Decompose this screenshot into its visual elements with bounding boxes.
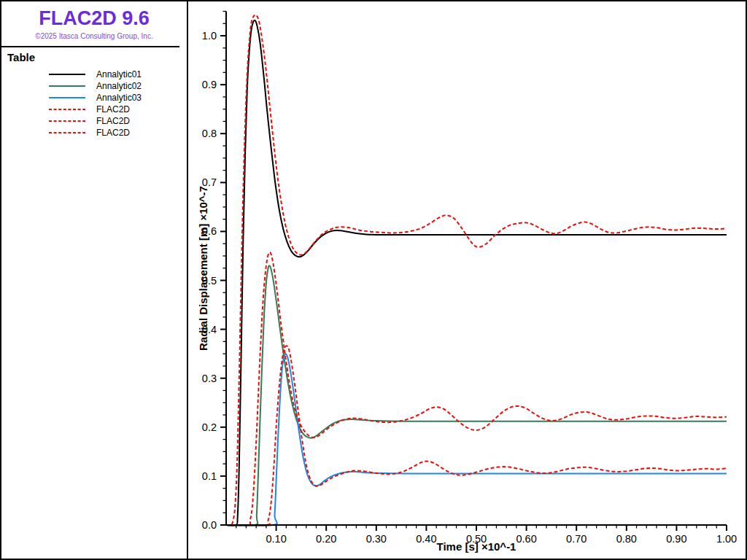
chart-canvas: 0.100.200.300.400.500.600.700.800.901.00… — [188, 1, 747, 560]
chart-axes-group: 0.100.200.300.400.500.600.700.800.901.00… — [202, 12, 737, 545]
series-line-flac2d-5 — [226, 346, 727, 525]
legend-item-flac2d-3: FLAC2D — [1, 104, 187, 115]
chart-area: 0.100.200.300.400.500.600.700.800.901.00… — [188, 1, 747, 560]
x-tick-label: 0.90 — [666, 533, 686, 545]
x-tick-label: 0.30 — [366, 533, 387, 545]
legend-line-sample — [48, 85, 86, 88]
y-tick-label: 1.0 — [202, 30, 217, 42]
legend-item-label: Annalytic01 — [96, 69, 142, 79]
y-tick-label: 0.1 — [202, 470, 217, 482]
series-line-flac2d-4 — [226, 252, 727, 525]
legend-item-flac2d-4: FLAC2D — [1, 115, 187, 127]
legend-item-annalytic02-1: Annalytic02 — [1, 80, 187, 92]
y-tick-label: 0.2 — [202, 421, 217, 433]
legend-line-sample — [48, 108, 86, 111]
legend-item-annalytic03-2: Annalytic03 — [1, 92, 187, 104]
y-tick-label: 0.0 — [202, 519, 217, 531]
legend-item-flac2d-5: FLAC2D — [1, 127, 187, 139]
x-tick-label: 1.00 — [716, 533, 737, 545]
legend-item-label: FLAC2D — [96, 104, 130, 114]
series-line-annalytic02-1 — [226, 265, 727, 526]
y-axis-label: Radial Displacement [m] ×10^-7 — [197, 186, 209, 351]
x-tick-label: 0.20 — [316, 533, 336, 545]
y-tick-label: 0.8 — [202, 128, 217, 139]
plot-sidebar: FLAC2D 9.6 ©2025 Itasca Consulting Group… — [1, 1, 188, 559]
legend-item-label: Annalytic02 — [96, 81, 142, 91]
x-tick-label: 0.10 — [266, 533, 286, 545]
y-tick-label: 0.3 — [202, 373, 217, 384]
legend-item-label: Annalytic03 — [96, 93, 142, 103]
legend-item-annalytic01-0: Annalytic01 — [1, 69, 187, 80]
x-tick-label: 0.60 — [516, 533, 536, 545]
legend-line-sample — [48, 73, 86, 76]
chart-series-group — [226, 15, 727, 526]
legend-heading: Table — [7, 51, 187, 63]
x-tick-label: 0.80 — [616, 533, 637, 545]
x-tick-label: 0.70 — [566, 533, 587, 545]
sidebar-divider — [1, 46, 179, 47]
series-line-annalytic03-2 — [226, 354, 727, 526]
flac2d-plot-window: FLAC2D 9.6 ©2025 Itasca Consulting Group… — [0, 0, 747, 560]
legend-line-sample — [48, 131, 86, 134]
x-tick-label: 0.40 — [416, 533, 436, 545]
legend: Annalytic01Annalytic02Annalytic03FLAC2DF… — [1, 69, 187, 139]
legend-item-label: FLAC2D — [96, 128, 130, 138]
app-title: FLAC2D 9.6 — [1, 7, 187, 30]
x-axis-label: Time [s] ×10^-1 — [437, 540, 516, 553]
y-tick-label: 0.9 — [202, 79, 217, 90]
legend-line-sample — [48, 120, 86, 122]
legend-item-label: FLAC2D — [96, 116, 130, 126]
legend-line-sample — [48, 96, 86, 99]
app-copyright: ©2025 Itasca Consulting Group, Inc. — [1, 32, 187, 40]
